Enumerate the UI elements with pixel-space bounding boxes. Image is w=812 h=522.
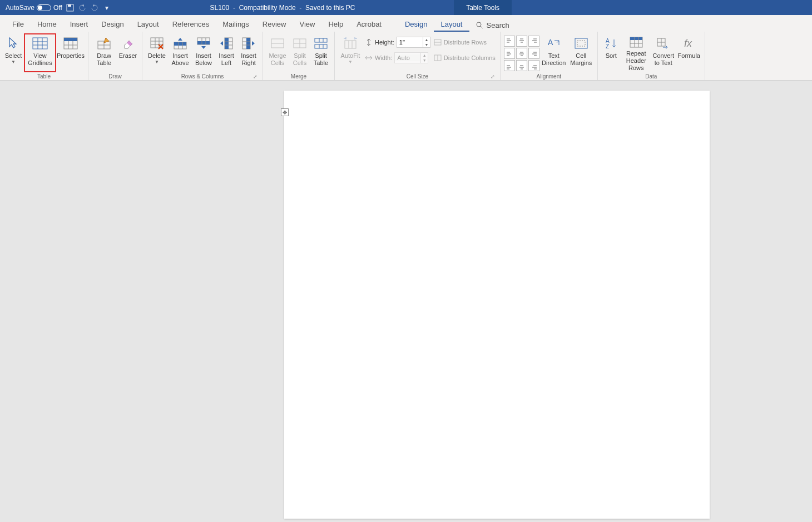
move-icon: ✥ <box>283 110 287 116</box>
split-cells-button: Split Cells <box>290 34 310 72</box>
width-icon <box>365 54 373 62</box>
height-row: Height: ▲▼ <box>365 36 430 48</box>
align-center-right-button[interactable] <box>528 48 539 59</box>
undo-icon[interactable] <box>78 3 87 12</box>
merge-cells-button: Merge Cells <box>266 34 289 72</box>
cursor-icon <box>6 36 21 51</box>
split-cells-icon <box>292 36 308 51</box>
autosave-label: AutoSave <box>6 4 34 12</box>
search-icon <box>476 22 483 29</box>
distribute-columns-icon <box>434 54 442 61</box>
toggle-off-icon <box>37 4 51 11</box>
tab-help[interactable]: Help <box>321 17 350 32</box>
properties-button[interactable]: Properties <box>57 34 85 72</box>
tab-table-layout[interactable]: Layout <box>434 17 469 32</box>
search-box[interactable]: Search <box>469 18 516 32</box>
repeat-header-icon <box>628 36 644 49</box>
autofit-button: AutoFit ▼ <box>338 34 363 72</box>
align-top-center-button[interactable] <box>516 36 527 47</box>
formula-button[interactable]: fx Formula <box>677 34 701 72</box>
spin-up-icon[interactable]: ▲ <box>423 37 430 42</box>
autosave-toggle[interactable]: AutoSave Off <box>6 4 62 12</box>
formula-icon: fx <box>681 36 697 51</box>
distribute-columns-button: Distribute Columns <box>434 52 496 64</box>
autofit-icon <box>343 36 358 51</box>
save-icon[interactable] <box>66 3 75 12</box>
cell-margins-button[interactable]: Cell Margins <box>568 34 594 72</box>
split-table-button[interactable]: Split Table <box>311 34 331 72</box>
convert-to-text-icon <box>656 36 671 51</box>
tab-home[interactable]: Home <box>31 17 63 32</box>
insert-right-button[interactable]: Insert Right <box>238 34 259 72</box>
text-direction-icon: A <box>546 36 562 51</box>
eraser-button[interactable]: Eraser <box>117 34 138 72</box>
align-top-left-button[interactable] <box>504 36 515 47</box>
svg-rect-23 <box>174 42 186 46</box>
height-input[interactable]: ▲▼ <box>397 37 430 48</box>
tab-table-design[interactable]: Design <box>398 17 434 32</box>
title-bar: AutoSave Off ▾ SL100 - Compatibility Mod… <box>0 0 812 15</box>
group-table: Select ▼ View Gridlines Properties Table <box>0 32 88 80</box>
view-gridlines-button[interactable]: View Gridlines <box>24 34 56 72</box>
align-center-center-button[interactable] <box>516 48 527 59</box>
svg-text:A: A <box>548 38 553 47</box>
svg-point-2 <box>477 22 481 27</box>
insert-left-icon <box>219 36 234 51</box>
sort-icon: AZ <box>603 36 619 51</box>
align-bottom-right-button[interactable] <box>528 60 539 71</box>
insert-above-button[interactable]: Insert Above <box>169 34 191 72</box>
tab-file[interactable]: File <box>6 17 31 32</box>
delete-table-icon <box>149 36 165 51</box>
tab-acrobat[interactable]: Acrobat <box>350 17 388 32</box>
spin-down-icon[interactable]: ▼ <box>423 42 430 47</box>
dialog-launcher-icon[interactable]: ⤢ <box>252 74 258 79</box>
tab-insert[interactable]: Insert <box>63 17 95 32</box>
merge-cells-icon <box>270 36 285 51</box>
tab-review[interactable]: Review <box>256 17 293 32</box>
text-direction-button[interactable]: A Text Direction <box>541 34 567 72</box>
svg-rect-44 <box>315 44 327 48</box>
align-bottom-left-button[interactable] <box>504 60 515 71</box>
svg-rect-27 <box>197 41 210 44</box>
tab-references[interactable]: References <box>166 17 216 32</box>
svg-text:fx: fx <box>684 38 692 49</box>
tab-layout[interactable]: Layout <box>131 17 166 32</box>
group-merge: Merge Cells Split Cells Split Table Merg… <box>263 32 335 80</box>
insert-above-icon <box>172 36 188 51</box>
tab-design[interactable]: Design <box>95 17 130 32</box>
dialog-launcher-icon[interactable]: ⤢ <box>490 74 496 79</box>
insert-left-button[interactable]: Insert Left <box>216 34 237 72</box>
svg-rect-10 <box>64 38 77 41</box>
ribbon: Select ▼ View Gridlines Properties Table… <box>0 32 812 81</box>
convert-to-text-button[interactable]: Convert to Text <box>651 34 676 72</box>
tab-view[interactable]: View <box>293 17 321 32</box>
align-top-right-button[interactable] <box>528 36 539 47</box>
align-center-left-button[interactable] <box>504 48 515 59</box>
draw-table-button[interactable]: Draw Table <box>92 34 116 72</box>
tab-mailings[interactable]: Mailings <box>216 17 256 32</box>
redo-icon[interactable] <box>90 3 99 12</box>
autosave-state: Off <box>53 4 62 12</box>
width-row: Width: ▲▼ <box>365 52 430 64</box>
table-tools-context-tab: Table Tools <box>454 0 512 15</box>
svg-rect-35 <box>246 38 250 49</box>
page[interactable] <box>284 91 710 519</box>
group-cell-size: AutoFit ▼ Height: ▲▼ Width: <box>335 32 501 80</box>
svg-text:Z: Z <box>606 43 609 49</box>
sort-button[interactable]: AZ Sort <box>601 34 621 72</box>
insert-right-icon <box>241 36 256 51</box>
group-rows-columns: Delete ▼ Insert Above Insert Below Inser… <box>142 32 263 80</box>
customize-qat-icon[interactable]: ▾ <box>102 3 111 12</box>
svg-rect-4 <box>33 38 47 49</box>
repeat-header-rows-button[interactable]: Repeat Header Rows <box>622 34 650 72</box>
svg-rect-85 <box>577 41 585 46</box>
table-move-handle[interactable]: ✥ <box>281 108 289 116</box>
split-table-icon <box>313 36 329 51</box>
document-area[interactable]: ✥ <box>0 81 812 522</box>
ribbon-tabs: File Home Insert Design Layout Reference… <box>0 15 812 32</box>
svg-rect-43 <box>315 38 327 42</box>
delete-button[interactable]: Delete ▼ <box>146 34 168 72</box>
align-bottom-center-button[interactable] <box>516 60 527 71</box>
insert-below-button[interactable]: Insert Below <box>192 34 215 72</box>
select-button[interactable]: Select ▼ <box>3 34 23 72</box>
